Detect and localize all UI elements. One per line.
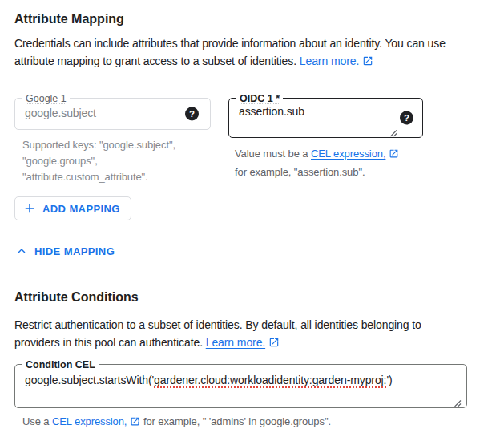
oidc-field-helper: Value must be a CEL expression, for exam… <box>228 145 423 180</box>
description-line: Credentials can include attributes that … <box>14 34 490 52</box>
open-in-new-icon <box>268 335 280 353</box>
add-mapping-button[interactable]: ADD MAPPING <box>14 196 131 220</box>
learn-more-link[interactable]: Learn more. <box>206 336 265 349</box>
description-line: Restrict authentication to a subset of i… <box>14 316 490 334</box>
helper-line: "attribute.custom_attribute". <box>22 169 211 185</box>
attribute-mapping-description: Credentials can include attributes that … <box>14 34 490 71</box>
cel-expression-link[interactable]: CEL expression, <box>52 415 127 427</box>
open-in-new-icon <box>389 147 399 164</box>
google-field-label: Google 1 <box>22 93 70 104</box>
helper-text: Use a <box>22 415 52 427</box>
condition-cel-textarea[interactable]: Condition CEL google.subject.startsWith(… <box>14 364 467 408</box>
helper-text: for example, " 'admins' in google.groups… <box>140 415 331 427</box>
add-mapping-label: ADD MAPPING <box>42 203 120 215</box>
cel-value-text: google.subject.startsWith(' <box>25 374 154 386</box>
cel-value-text: ') <box>386 374 392 386</box>
helper-text: for example, "assertion.sub". <box>235 164 423 180</box>
plus-icon <box>22 201 37 216</box>
oidc-attribute-column: OIDC 1 * assertion.sub Value must be a C… <box>228 98 423 185</box>
helper-line: Supported keys: "google.subject", <box>22 137 211 153</box>
attribute-mapping-panel: Attribute Mapping Credentials can includ… <box>0 0 504 429</box>
mapping-row: Google 1 google.subject Supported keys: … <box>14 98 490 185</box>
help-icon[interactable] <box>400 111 413 125</box>
hide-mapping-toggle[interactable]: HIDE MAPPING <box>14 244 115 258</box>
open-in-new-icon <box>362 54 373 71</box>
oidc-attribute-textarea[interactable]: OIDC 1 * assertion.sub <box>228 98 423 138</box>
description-line: attribute mapping to grant access to a s… <box>14 55 296 67</box>
attribute-mapping-title: Attribute Mapping <box>14 11 490 27</box>
resize-handle-icon[interactable] <box>454 396 462 404</box>
google-attribute-input[interactable]: Google 1 google.subject <box>14 98 211 130</box>
chevron-up-icon <box>14 244 29 258</box>
condition-cel-helper: Use a CEL expression, for example, " 'ad… <box>14 415 490 429</box>
description-line: providers in this pool can authenticate. <box>14 336 203 349</box>
oidc-field-label: OIDC 1 * <box>236 93 283 104</box>
condition-cel-label: Condition CEL <box>22 359 99 370</box>
cel-expression-link[interactable]: CEL expression, <box>311 148 385 160</box>
attribute-conditions-description: Restrict authentication to a subset of i… <box>14 316 490 353</box>
google-attribute-column: Google 1 google.subject Supported keys: … <box>14 98 211 185</box>
learn-more-link[interactable]: Learn more. <box>300 55 359 67</box>
open-in-new-icon <box>130 416 140 429</box>
helper-text: Value must be a <box>235 148 311 160</box>
google-field-helper: Supported keys: "google.subject", "googl… <box>14 137 211 185</box>
cel-value-spellcheck-text: gardener.cloud:workloadidentity:garden-m… <box>154 374 386 386</box>
resize-handle-icon[interactable] <box>389 126 397 134</box>
hide-mapping-label: HIDE MAPPING <box>34 245 115 257</box>
attribute-conditions-title: Attribute Conditions <box>14 289 490 305</box>
help-icon[interactable] <box>185 107 199 121</box>
helper-line: "google.groups", <box>22 153 211 169</box>
